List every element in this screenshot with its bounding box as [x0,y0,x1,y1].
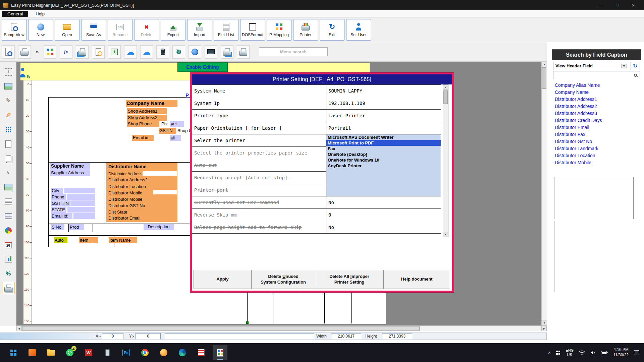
design-field-box[interactable] [64,188,95,193]
pdf-tool-icon[interactable] [194,345,209,360]
copy-page-tool[interactable] [2,152,14,165]
setting-value[interactable]: No [326,221,441,234]
design-field-label[interactable]: Shop Address2 [127,115,167,121]
dialog-scrollbar[interactable]: ▲ ▼ [443,84,448,237]
refresh-icon[interactable]: ↻ [631,62,640,70]
field-caption-item[interactable]: Distributor Address2 [553,103,640,110]
design-field-label[interactable]: Supplier Address [50,170,90,176]
design-field-box[interactable] [73,213,95,219]
design-field-label[interactable]: Email id: [132,135,154,141]
delete-unused-system-configuration-button[interactable]: Delete UnusedSystem Configuration [251,270,315,289]
formula-icon[interactable]: fx [60,45,72,59]
new-button[interactable]: New [28,19,53,41]
design-field-label[interactable]: Distributor Mobile [108,190,143,196]
notification-center-icon[interactable] [634,350,639,355]
battery-icon[interactable] [601,351,608,355]
canvas-vertical-scrollbar[interactable]: ▲ ▼ [541,62,547,325]
memory-chip-icon[interactable] [205,45,217,59]
save-as-button[interactable]: Save As [81,19,106,41]
image-frame-tool[interactable] [2,80,14,93]
design-field-label[interactable]: Dist State [108,209,128,215]
design-field-label[interactable]: Auto [54,237,67,243]
field-caption-item[interactable]: Distributor Address1 [553,96,640,103]
clock[interactable]: 4:16 PM 11/30/22 [613,347,629,358]
close-button[interactable]: × [632,2,635,8]
widgets-grid-icon[interactable] [556,351,560,355]
design-field-label[interactable]: Distributor Email [108,215,141,221]
design-field-label[interactable]: Phone [51,194,66,200]
print-icon[interactable] [18,45,31,59]
canvas-horizontal-scrollbar[interactable]: ◀ ▶ [16,325,547,331]
design-field-label[interactable]: GST TIN [51,200,70,206]
menu-item-general[interactable]: General [2,11,28,17]
start-button[interactable] [6,345,21,360]
field-caption-item[interactable]: Distributor Landmark [553,145,640,152]
design-field-label[interactable]: Distributor Mobile [108,196,143,202]
office-app-icon[interactable] [25,345,40,360]
ser-user-button[interactable]: Ser-User [346,19,371,41]
design-field-label[interactable]: Shop Phone [127,121,159,127]
exit-button[interactable]: ↻Exit [320,19,344,41]
printer-option[interactable]: OneNote (Desktop) [326,152,441,157]
dos-format-button[interactable]: DOSFormat [240,19,265,41]
field-caption-item[interactable]: Distributor Location [553,152,640,159]
globe-icon[interactable] [189,45,201,59]
maximize-button[interactable]: □ [616,2,619,8]
p-mapping-button[interactable]: P-Mapping [267,19,291,41]
field-caption-item[interactable]: Distributor Email [553,124,640,131]
phone-link-icon[interactable] [100,345,115,360]
cloud-download-icon[interactable]: ☁ [140,45,153,59]
printer-option[interactable]: AnyDesk Printer [326,163,441,169]
samp-view-button[interactable]: Samp-View [2,19,26,41]
printer-option[interactable]: Microsoft XPS Document Writer [326,134,441,140]
form-design-icon[interactable] [44,45,56,59]
marker-tool[interactable]: ✎ [2,109,14,121]
dialog-scroll-up-icon[interactable]: ▲ [443,85,448,90]
design-field-box[interactable] [67,207,95,213]
setting-value[interactable]: Portrait [326,122,441,134]
import-button[interactable]: Import [187,19,212,41]
dots-grid-tool[interactable] [2,123,14,136]
design-field-label[interactable]: Distributor Location [108,184,147,190]
volume-icon[interactable] [590,350,596,355]
setting-value[interactable]: Laser Printer [326,110,441,122]
field-caption-item[interactable]: Distributor Mobile [553,159,640,166]
setting-value[interactable]: 192.168.1.109 [326,97,441,110]
print-layers-tool[interactable] [2,282,14,294]
easy-print-designer-taskbar-icon[interactable] [213,345,227,360]
setting-value[interactable]: SOUMIN-LAPPY [326,85,441,97]
table-tool[interactable] [2,210,14,222]
photoshop-icon[interactable]: Ps [119,345,133,360]
network-printer-icon[interactable] [76,45,89,59]
design-field-label[interactable]: Item [79,237,98,243]
calendar-tool[interactable]: 26 [2,239,14,251]
design-field-box[interactable] [70,200,95,206]
wifi-icon[interactable] [579,350,585,355]
design-field-label[interactable]: Item Name [109,237,137,243]
field-list-button[interactable]: Field List [214,19,238,41]
design-field-label[interactable]: Distributor Name [108,164,147,170]
field-caption-item[interactable]: Company Alias Name [553,82,640,89]
delete-all-improper-printer-setting-button[interactable]: Delete All ImproperPrinter Setting [315,270,384,289]
dialog-scroll-thumb[interactable] [443,90,448,104]
file-explorer-icon[interactable] [44,345,58,360]
pie-chart-tool[interactable] [2,224,14,237]
note-edit-tool[interactable]: ✎ [2,167,14,179]
field-caption-item[interactable]: Distributor Credit Days [553,117,640,124]
printer-queue-icon[interactable] [237,45,250,59]
scroll-up-icon[interactable]: ▲ [542,62,547,67]
wps-office-icon[interactable]: W [81,345,96,360]
whatsapp-icon[interactable]: 27 [62,345,77,360]
printer-option[interactable]: Fax [326,146,441,152]
view-selector-dropdown[interactable]: View Header Field ▼ [553,62,629,70]
text-select-tool[interactable]: I [2,66,14,78]
design-field-label[interactable]: Distributor Address2 [108,177,148,183]
setting-value[interactable]: No [326,196,441,209]
design-field-label[interactable]: ail [170,135,181,141]
design-field-box[interactable] [67,194,95,200]
design-field-label[interactable]: Distributor Address1 [108,171,145,177]
page-schedule-icon[interactable] [92,45,105,59]
user-refresh-icon[interactable]: ↻ [18,67,29,78]
export-button[interactable]: Export [161,19,185,41]
design-field-label[interactable]: STATE [51,207,66,213]
